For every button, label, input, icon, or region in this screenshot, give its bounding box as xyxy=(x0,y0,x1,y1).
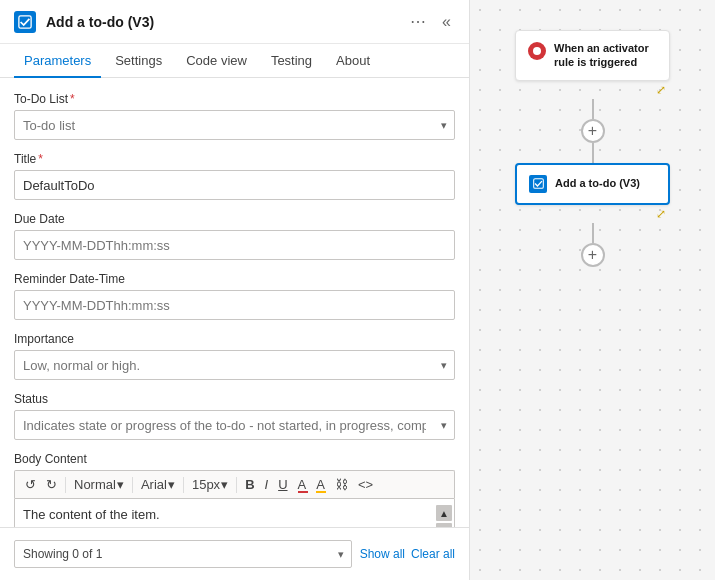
todo-list-input[interactable] xyxy=(14,110,455,140)
header-icon xyxy=(14,11,36,33)
editor-toolbar: ↺ ↻ Normal ▾ Arial ▾ 15px ▾ B I U A A ⛓ … xyxy=(14,470,455,498)
font-family-dropdown[interactable]: Arial ▾ xyxy=(137,475,179,494)
toolbar-separator-4 xyxy=(236,477,237,493)
editor-content: The content of the item. xyxy=(23,507,160,522)
action-icon-svg xyxy=(533,178,544,189)
todo-list-label: To-Do List* xyxy=(14,92,455,106)
right-panel: When an activator rule is triggered ⤢ + … xyxy=(470,0,715,580)
toolbar-separator-3 xyxy=(183,477,184,493)
body-content-group: Body Content ↺ ↻ Normal ▾ Arial ▾ 15px ▾… xyxy=(14,452,455,527)
link-button[interactable]: ⛓ xyxy=(331,475,352,494)
action-expand-icon: ⤢ xyxy=(656,207,666,221)
action-checkbox-icon xyxy=(529,175,547,193)
action-node[interactable]: Add a to-do (V3) xyxy=(515,163,670,205)
tab-about[interactable]: About xyxy=(326,44,380,78)
todo-list-select-wrap: ▾ xyxy=(14,110,455,140)
reminder-datetime-group: Reminder Date-Time xyxy=(14,272,455,320)
redo-button[interactable]: ↻ xyxy=(42,475,61,494)
show-all-button[interactable]: Show all xyxy=(360,547,405,561)
header-actions: ⋯ « xyxy=(406,10,455,33)
trigger-node[interactable]: When an activator rule is triggered xyxy=(515,30,670,81)
panel-header: Add a to-do (V3) ⋯ « xyxy=(0,0,469,44)
form-content: To-Do List* ▾ Title* Due Date Reminder D… xyxy=(0,78,469,527)
connector-line-1 xyxy=(592,99,594,119)
flow-connector-1: + xyxy=(581,99,605,163)
trigger-error-icon xyxy=(528,42,546,60)
advanced-parameters-section: ▾ Show all Clear all xyxy=(0,527,469,580)
due-date-input[interactable] xyxy=(14,230,455,260)
reminder-datetime-input[interactable] xyxy=(14,290,455,320)
title-input[interactable] xyxy=(14,170,455,200)
advanced-select-wrap: ▾ xyxy=(14,540,352,568)
trigger-expand-icon: ⤢ xyxy=(656,83,666,97)
toolbar-separator-2 xyxy=(132,477,133,493)
connector-line-2 xyxy=(592,143,594,163)
underline-button[interactable]: U xyxy=(274,475,291,494)
importance-label: Importance xyxy=(14,332,455,346)
scroll-down-arrow[interactable]: ▼ xyxy=(436,523,452,527)
tab-bar: Parameters Settings Code view Testing Ab… xyxy=(0,44,469,78)
status-label: Status xyxy=(14,392,455,406)
importance-group: Importance ▾ xyxy=(14,332,455,380)
status-input[interactable] xyxy=(14,410,455,440)
toolbar-separator-1 xyxy=(65,477,66,493)
tab-code-view[interactable]: Code view xyxy=(176,44,257,78)
more-options-button[interactable]: ⋯ xyxy=(406,10,430,33)
trigger-node-label: When an activator rule is triggered xyxy=(554,41,657,70)
title-group: Title* xyxy=(14,152,455,200)
trigger-node-footer: ⤢ xyxy=(515,81,670,99)
tab-settings[interactable]: Settings xyxy=(105,44,172,78)
left-panel: Add a to-do (V3) ⋯ « Parameters Settings… xyxy=(0,0,470,580)
italic-button[interactable]: I xyxy=(261,475,273,494)
highlight-button[interactable]: A xyxy=(312,475,329,494)
connector-line-3 xyxy=(592,223,594,243)
advanced-actions: Show all Clear all xyxy=(360,547,455,561)
checkbox-icon xyxy=(18,15,32,29)
due-date-group: Due Date xyxy=(14,212,455,260)
clear-all-button[interactable]: Clear all xyxy=(411,547,455,561)
status-select-wrap: ▾ xyxy=(14,410,455,440)
flow-connector-2: + xyxy=(581,223,605,267)
body-content-label: Body Content xyxy=(14,452,455,466)
body-content-editor[interactable]: The content of the item. ▲ ▼ xyxy=(14,498,455,527)
editor-scrollbars: ▲ ▼ xyxy=(436,505,452,527)
bold-button[interactable]: B xyxy=(241,475,258,494)
title-label: Title* xyxy=(14,152,455,166)
panel-title: Add a to-do (V3) xyxy=(46,14,396,30)
action-node-label: Add a to-do (V3) xyxy=(555,176,640,190)
tab-testing[interactable]: Testing xyxy=(261,44,322,78)
code-button[interactable]: <> xyxy=(354,475,377,494)
advanced-showing-input[interactable] xyxy=(14,540,352,568)
scroll-up-arrow[interactable]: ▲ xyxy=(436,505,452,521)
font-color-button[interactable]: A xyxy=(294,475,311,494)
reminder-datetime-label: Reminder Date-Time xyxy=(14,272,455,286)
collapse-button[interactable]: « xyxy=(438,11,455,33)
font-style-dropdown[interactable]: Normal ▾ xyxy=(70,475,128,494)
due-date-label: Due Date xyxy=(14,212,455,226)
action-node-footer: ⤢ xyxy=(515,205,670,223)
font-size-dropdown[interactable]: 15px ▾ xyxy=(188,475,232,494)
tab-parameters[interactable]: Parameters xyxy=(14,44,101,78)
undo-button[interactable]: ↺ xyxy=(21,475,40,494)
importance-select-wrap: ▾ xyxy=(14,350,455,380)
add-step-button-1[interactable]: + xyxy=(581,119,605,143)
status-group: Status ▾ xyxy=(14,392,455,440)
todo-list-group: To-Do List* ▾ xyxy=(14,92,455,140)
importance-input[interactable] xyxy=(14,350,455,380)
add-step-button-2[interactable]: + xyxy=(581,243,605,267)
